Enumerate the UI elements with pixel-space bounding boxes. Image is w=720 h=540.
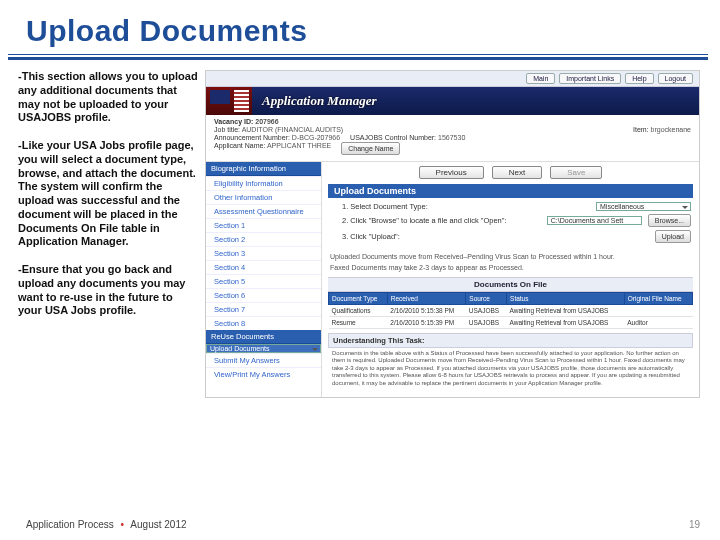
step3-label: 3. Click "Upload": bbox=[342, 232, 649, 241]
step2-label: 2. Click "Browse" to locate a file and c… bbox=[342, 216, 541, 225]
col-source: Source bbox=[466, 292, 507, 304]
banner-title: Application Manager bbox=[262, 93, 377, 109]
side-assessment[interactable]: Assessment Questionnaire bbox=[206, 204, 321, 218]
side-upload-documents[interactable]: Upload Documents bbox=[206, 344, 321, 353]
understanding-title: Understanding This Task: bbox=[328, 333, 693, 348]
info-bar: Vacancy ID: 207966 Job title: AUDITOR (F… bbox=[206, 115, 699, 162]
sidebar: Biographic Information Eligibility Infor… bbox=[206, 162, 322, 397]
upload-button[interactable]: Upload bbox=[655, 230, 691, 243]
page-number: 19 bbox=[689, 519, 700, 530]
footer: Application Process • August 2012 19 bbox=[26, 519, 700, 530]
applicant-label: Applicant Name: bbox=[214, 142, 265, 149]
usj-label: USAJOBS Control Number: bbox=[350, 134, 436, 141]
side-view-print[interactable]: View/Print My Answers bbox=[206, 367, 321, 381]
side-section-5[interactable]: Section 5 bbox=[206, 274, 321, 288]
item-label: Item: bbox=[633, 126, 649, 133]
job-value: AUDITOR (FINANCIAL AUDITS) bbox=[242, 126, 344, 133]
main-panel: Previous Next Save Upload Documents 1. S… bbox=[322, 162, 699, 397]
top-btn-help[interactable]: Help bbox=[625, 73, 653, 84]
vacancy-value: 207966 bbox=[255, 118, 278, 125]
footer-date: August 2012 bbox=[130, 519, 186, 530]
applicant-value: APPLICANT THREE bbox=[267, 142, 331, 149]
ann-label: Announcement Number: bbox=[214, 134, 290, 141]
side-section-2[interactable]: Section 2 bbox=[206, 232, 321, 246]
table-row: Qualifications 2/16/2010 5:15:38 PM USAJ… bbox=[329, 304, 693, 316]
vacancy-label: Vacancy ID: bbox=[214, 118, 253, 125]
step1-label: 1. Select Document Type: bbox=[342, 202, 590, 211]
prev-button[interactable]: Previous bbox=[419, 166, 484, 179]
top-btn-logout[interactable]: Logout bbox=[658, 73, 693, 84]
side-h-reuse[interactable]: ReUse Documents bbox=[206, 330, 321, 344]
screenshot-panel: Main Important Links Help Logout Applica… bbox=[205, 70, 708, 398]
top-link-bar: Main Important Links Help Logout bbox=[206, 71, 699, 87]
side-section-8[interactable]: Section 8 bbox=[206, 316, 321, 330]
side-section-7[interactable]: Section 7 bbox=[206, 302, 321, 316]
side-other-info[interactable]: Other Information bbox=[206, 190, 321, 204]
side-h-biographic[interactable]: Biographic Information bbox=[206, 162, 321, 176]
col-received: Received bbox=[387, 292, 466, 304]
browse-button[interactable]: Browse... bbox=[648, 214, 691, 227]
next-button[interactable]: Next bbox=[492, 166, 542, 179]
desc-para-1: -This section allows you to upload any a… bbox=[18, 70, 199, 125]
docs-table: Document Type Received Source Status Ori… bbox=[328, 292, 693, 329]
side-eligibility[interactable]: Eligibility Information bbox=[206, 176, 321, 190]
save-button[interactable]: Save bbox=[550, 166, 602, 179]
ann-value: D-BCG-207966 bbox=[292, 134, 340, 141]
job-label: Job title: bbox=[214, 126, 240, 133]
description-column: -This section allows you to upload any a… bbox=[18, 70, 205, 398]
side-section-1[interactable]: Section 1 bbox=[206, 218, 321, 232]
desc-para-2: -Like your USA Jobs profile page, you wi… bbox=[18, 139, 199, 249]
note-upload-time: Uploaded Documents move from Received–Pe… bbox=[330, 253, 693, 262]
table-row: Resume 2/16/2010 5:15:39 PM USAJOBS Awai… bbox=[329, 316, 693, 328]
page-title: Upload Documents bbox=[0, 0, 720, 54]
side-section-6[interactable]: Section 6 bbox=[206, 288, 321, 302]
col-file-name: Original File Name bbox=[624, 292, 692, 304]
footer-dot-icon: • bbox=[117, 519, 129, 530]
doc-type-select[interactable]: Miscellaneous bbox=[596, 202, 691, 211]
side-section-4[interactable]: Section 4 bbox=[206, 260, 321, 274]
docs-on-file-header: Documents On File bbox=[328, 277, 693, 292]
flag-graphic bbox=[206, 87, 252, 115]
top-btn-main[interactable]: Main bbox=[526, 73, 555, 84]
col-status: Status bbox=[507, 292, 625, 304]
panel-title: Upload Documents bbox=[328, 184, 693, 198]
note-fax-time: Faxed Documents may take 2-3 days to app… bbox=[330, 264, 693, 273]
col-doc-type: Document Type bbox=[329, 292, 388, 304]
usj-value: 1567530 bbox=[438, 134, 465, 141]
side-section-3[interactable]: Section 3 bbox=[206, 246, 321, 260]
file-path-input[interactable]: C:\Documents and Sett bbox=[547, 216, 642, 225]
change-name-button[interactable]: Change Name bbox=[341, 142, 400, 155]
desc-para-3: -Ensure that you go back and upload any … bbox=[18, 263, 199, 318]
app-banner: Application Manager bbox=[206, 87, 699, 115]
top-btn-links[interactable]: Important Links bbox=[559, 73, 621, 84]
footer-topic: Application Process bbox=[26, 519, 114, 530]
side-submit[interactable]: Submit My Answers bbox=[206, 353, 321, 367]
app-window: Main Important Links Help Logout Applica… bbox=[205, 70, 700, 398]
understanding-body: Documents in the table above with a Stat… bbox=[328, 348, 693, 392]
item-value: brgockenane bbox=[651, 126, 691, 133]
